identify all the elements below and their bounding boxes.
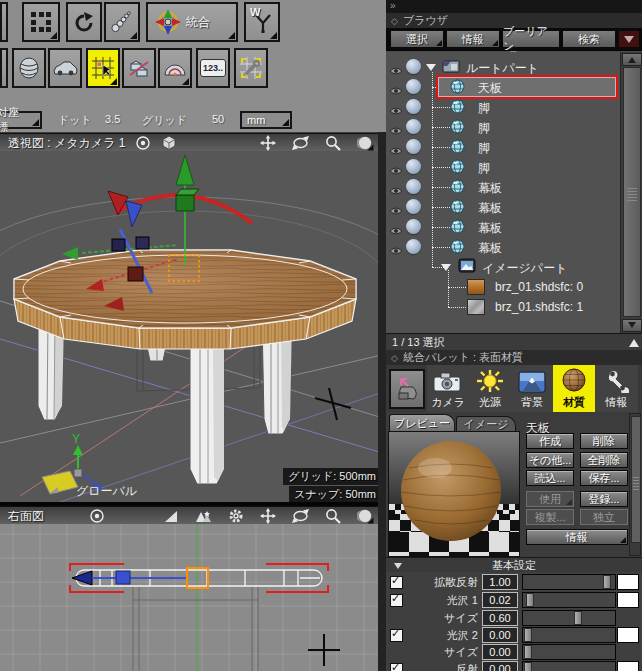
scrollbar-thumb[interactable] [631, 416, 641, 543]
eye-icon[interactable] [389, 242, 403, 252]
pan-icon[interactable] [260, 135, 276, 151]
render-toggle-icon[interactable] [406, 219, 421, 234]
tree-item-image-part[interactable]: イメージパート [386, 257, 620, 277]
tab-search[interactable]: 検索 [562, 30, 616, 48]
template-mountain-icon[interactable] [195, 509, 212, 524]
section-collapse-icon[interactable] [394, 563, 402, 573]
checkbox[interactable] [390, 629, 403, 642]
eye-icon[interactable] [389, 82, 403, 92]
scrollbar-thumb[interactable] [623, 67, 641, 317]
slider[interactable] [522, 610, 616, 626]
numeric-input-button[interactable]: 123.. [196, 48, 230, 88]
load-button[interactable]: 読込... [526, 470, 574, 486]
tree-item-leg[interactable]: 脚 [386, 97, 620, 117]
tab-image[interactable]: イメージ [456, 416, 516, 432]
render-toggle-icon[interactable] [406, 199, 421, 214]
expander-icon[interactable] [426, 64, 436, 71]
setting-value[interactable]: 1.00 [482, 574, 518, 590]
tree-item-leg[interactable]: 脚 [386, 137, 620, 157]
save-button[interactable]: 保存... [580, 470, 628, 486]
palette-panel-header[interactable]: 統合パレット : 表面材質 [386, 350, 642, 365]
render-toggle-icon[interactable] [406, 119, 421, 134]
eye-icon[interactable] [389, 162, 403, 172]
checkbox[interactable] [390, 663, 403, 671]
grid-value[interactable]: 50 [212, 113, 224, 125]
tab-info[interactable]: 情報 [446, 30, 500, 48]
scroll-up-button[interactable] [622, 53, 642, 66]
dot-value[interactable]: 3.5 [105, 113, 120, 125]
render-toggle-icon[interactable] [406, 59, 421, 74]
settings-gear-icon[interactable] [228, 508, 244, 524]
pan-icon[interactable] [260, 508, 276, 524]
partial-button[interactable] [0, 48, 8, 88]
orbit-icon[interactable] [292, 135, 309, 151]
basic-settings-header[interactable]: 基本設定 [386, 557, 642, 572]
slider[interactable] [522, 592, 616, 608]
render-toggle-icon[interactable] [406, 239, 421, 254]
tab-light[interactable]: 光源 [469, 365, 511, 412]
spline-button[interactable] [104, 2, 140, 42]
tree-item-apron[interactable]: 幕板 [386, 197, 620, 217]
side-viewport[interactable] [0, 524, 386, 671]
tree-item-leg[interactable]: 脚 [386, 117, 620, 137]
tree-item-texture[interactable]: brz_01.shdsfc: 0 [386, 277, 620, 297]
eye-icon[interactable] [389, 222, 403, 232]
use-button[interactable]: 使用 [526, 491, 574, 507]
tree-item-apron[interactable]: 幕板 [386, 217, 620, 237]
unit-dropdown[interactable]: mm [240, 111, 292, 129]
partial-button[interactable] [0, 2, 8, 42]
color-swatch[interactable] [617, 627, 639, 643]
panel-collapse-bar[interactable]: » [386, 0, 642, 13]
eye-icon[interactable] [389, 122, 403, 132]
palette-dock-button[interactable] [389, 369, 425, 409]
render-sphere-icon[interactable] [357, 508, 374, 524]
scroll-down-button[interactable] [622, 319, 642, 332]
slider[interactable] [522, 574, 616, 590]
slider[interactable] [522, 644, 616, 660]
color-swatch[interactable] [617, 661, 639, 671]
tab-select[interactable]: 選択 [390, 30, 444, 48]
camera-target-icon[interactable] [89, 508, 105, 524]
delete-all-button[interactable]: 全削除 [580, 452, 628, 468]
create-primitive-icon[interactable] [164, 509, 179, 524]
eye-icon[interactable] [389, 62, 403, 72]
color-swatch[interactable] [617, 574, 639, 590]
checkbox[interactable] [390, 576, 403, 589]
material-preview-canvas[interactable] [388, 431, 520, 557]
side-view-header[interactable]: 右面図 [0, 506, 386, 525]
color-swatch[interactable] [617, 592, 639, 608]
wave-joint-button[interactable]: W [244, 2, 280, 42]
modify-solids-button[interactable] [122, 48, 156, 88]
tree-item-root-part[interactable]: ルートパート [386, 57, 620, 77]
camera-target-icon[interactable] [135, 135, 151, 151]
create-button[interactable]: 作成 [526, 433, 574, 449]
eye-icon[interactable] [389, 202, 403, 212]
integrated-mode-button[interactable]: 統合 [146, 2, 238, 42]
register-button[interactable]: 登録... [580, 491, 628, 507]
render-toggle-icon[interactable] [406, 179, 421, 194]
render-toggle-icon[interactable] [406, 99, 421, 114]
setting-value[interactable]: 0.00 [482, 661, 518, 671]
tree-item-apron[interactable]: 幕板 [386, 237, 620, 257]
render-sphere-icon[interactable] [357, 135, 374, 151]
slider[interactable] [522, 627, 616, 643]
tab-preview[interactable]: プレビュー [389, 414, 455, 432]
other-button[interactable]: その他... [526, 452, 574, 468]
eye-icon[interactable] [389, 182, 403, 192]
zoom-icon[interactable] [325, 508, 341, 524]
perspective-view-title[interactable]: 透視図 : メタカメラ 1 [8, 135, 125, 152]
render-toggle-icon[interactable] [406, 79, 421, 94]
independent-button[interactable]: 独立 [580, 509, 628, 525]
tab-background[interactable]: 背景 [511, 365, 553, 412]
browser-menu-dropdown[interactable] [618, 30, 640, 48]
tab-camera[interactable]: カメラ [427, 365, 469, 412]
select-rect-button[interactable] [22, 2, 60, 42]
tab-boolean[interactable]: ブーリアン [502, 30, 560, 48]
info-button[interactable]: 情報 [526, 529, 628, 545]
expander-icon[interactable] [441, 264, 451, 271]
tree-item-tenban-selected[interactable]: 天板 [386, 77, 620, 97]
zoom-icon[interactable] [325, 135, 341, 151]
setting-value[interactable]: 0.60 [482, 610, 518, 626]
render-toggle-icon[interactable] [406, 139, 421, 154]
perspective-view-header[interactable]: 透視図 : メタカメラ 1 [0, 133, 386, 152]
